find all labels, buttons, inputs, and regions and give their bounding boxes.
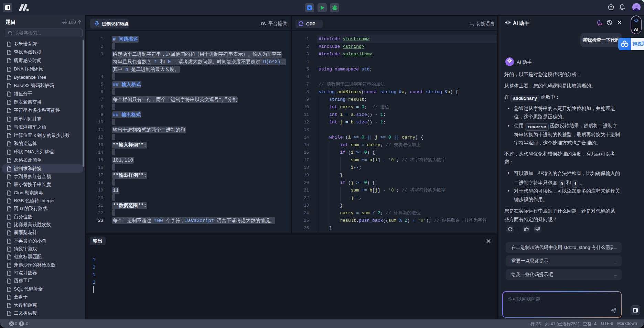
svg-text:?: ? — [610, 5, 612, 9]
